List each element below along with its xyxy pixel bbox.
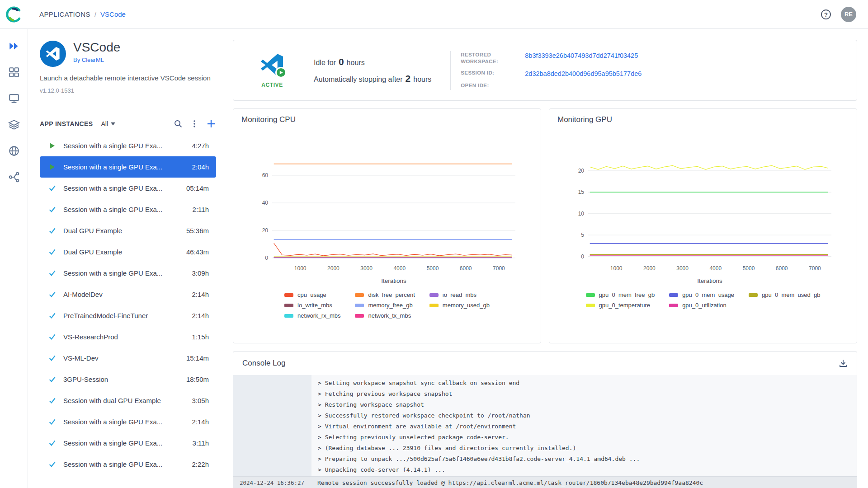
list-item[interactable]: VS-ML-Dev15:14m [40, 347, 216, 369]
legend-item[interactable]: gpu_0_temperature [586, 302, 655, 309]
add-instance-button[interactable] [206, 119, 216, 129]
instance-name: Session with a single GPU Exa... [63, 142, 187, 150]
legend-item[interactable]: memory_used_gb [429, 302, 490, 309]
instance-duration: 3:11h [193, 439, 209, 447]
completed-check-icon [48, 227, 58, 235]
legend-item[interactable]: gpu_0_mem_free_gb [586, 291, 655, 298]
help-icon[interactable]: ? [820, 9, 832, 20]
legend-item[interactable]: cpu_usage [284, 291, 340, 298]
app-description: Launch a detachable remote interactive V… [40, 74, 216, 82]
restored-workspace-link[interactable]: 8b3f3393e26b407493d7dd2741f03425 [525, 52, 638, 60]
running-badge-icon [275, 67, 287, 78]
list-item[interactable]: Session with a single GPU Exa...2:11h [40, 199, 216, 220]
pipelines-icon[interactable] [8, 171, 20, 183]
legend-item[interactable]: gpu_0_utilization [669, 302, 734, 309]
console-log-line: > Restoring workspace snapshot [318, 399, 857, 410]
session-id-link[interactable]: 2d32ba8ded2b400d96d95a95b5177de6 [525, 70, 642, 78]
left-nav-rail [0, 29, 28, 488]
list-item[interactable]: Dual GPU Example55:36m [40, 220, 216, 241]
console-log-line: > Setting workspace snapshot sync callba… [318, 378, 857, 389]
legend-item[interactable]: io_read_mbs [429, 291, 490, 298]
completed-check-icon [48, 418, 58, 426]
projects-icon[interactable] [8, 66, 20, 79]
instance-name: VS-ResearchProd [63, 333, 187, 341]
list-item[interactable]: PreTrainedModel-FineTuner2:14h [40, 305, 216, 326]
list-item[interactable]: Session with a single GPU Exa...05:14m [40, 178, 216, 199]
svg-text:6000: 6000 [460, 265, 472, 272]
svg-text:0: 0 [265, 255, 268, 261]
legend-label: memory_free_gb [368, 302, 412, 309]
list-item[interactable]: Session with a single GPU Exa...2:22h [40, 454, 216, 475]
svg-text:60: 60 [262, 172, 269, 178]
datasets-icon[interactable] [8, 118, 20, 131]
running-play-icon [48, 163, 58, 171]
breadcrumb-applications[interactable]: APPLICATIONS [39, 10, 90, 18]
list-item[interactable]: Session with a single GPU Exa...2:04h [40, 156, 216, 178]
legend-label: io_read_mbs [443, 291, 476, 298]
filter-value: All [101, 120, 108, 127]
hyperdatasets-icon[interactable] [8, 145, 20, 157]
console-log-line: > Selecting previously unselected packag… [318, 432, 857, 443]
svg-text:Iterations: Iterations [381, 277, 406, 284]
idle-info: Idle for 0 hours Automatically stopping … [314, 56, 431, 84]
legend-item[interactable]: memory_free_gb [355, 302, 415, 309]
legend-swatch [284, 314, 293, 318]
page-title: VSCode [73, 41, 120, 55]
instance-name: Session with a single GPU Exa... [63, 460, 187, 468]
completed-check-icon [48, 269, 58, 277]
list-item[interactable]: Session with a single GPU Exa...2:14h [40, 411, 216, 432]
search-icon[interactable] [174, 119, 183, 128]
list-item[interactable]: 3GPU-Session18:50m [40, 369, 216, 390]
instance-duration: 2:14h [192, 291, 209, 298]
applications-icon[interactable] [8, 40, 20, 52]
app-instances-title: APP INSTANCES [40, 120, 93, 127]
console-log-title: Console Log [242, 359, 285, 368]
list-item[interactable]: Session with dual GPU Example3:05h [40, 390, 216, 411]
completed-check-icon [48, 206, 58, 213]
list-item[interactable]: Session with a single GPU Exa...4:27h [40, 135, 216, 156]
by-clearml-link[interactable]: By ClearML [73, 56, 120, 63]
legend-label: gpu_0_mem_used_gb [762, 291, 820, 298]
instance-duration: 15:14m [186, 354, 209, 362]
svg-text:Iterations: Iterations [697, 277, 722, 284]
legend-item[interactable]: gpu_0_mem_usage [669, 291, 734, 298]
legend-swatch [355, 293, 364, 297]
svg-text:1000: 1000 [294, 265, 307, 272]
legend-item[interactable]: gpu_0_mem_used_gb [749, 291, 820, 298]
avatar[interactable]: RE [841, 7, 856, 22]
console-log-body[interactable]: > Setting workspace snapshot sync callba… [233, 375, 857, 488]
svg-text:20: 20 [578, 168, 585, 174]
instances-filter-dropdown[interactable]: All [101, 120, 115, 127]
list-item[interactable]: AI-ModelDev2:14h [40, 284, 216, 305]
clearml-logo[interactable] [0, 5, 28, 23]
completed-check-icon [48, 248, 58, 256]
legend-item[interactable]: disk_free_percent [355, 291, 415, 298]
list-item[interactable]: Session with a single GPU Exa...3:09h [40, 263, 216, 284]
list-item[interactable]: VS-ResearchProd1:15h [40, 326, 216, 347]
console-log-card: Console Log > Setting workspace snapshot… [233, 351, 857, 488]
breadcrumb-vscode[interactable]: VSCode [100, 10, 126, 18]
completed-check-icon [48, 333, 58, 341]
autostop-value: 2 [406, 73, 411, 84]
running-play-icon [48, 142, 58, 150]
instance-name: Session with a single GPU Exa... [63, 184, 182, 192]
gpu-chart-canvas[interactable]: 051015201000200030004000500060007000Iter… [567, 138, 839, 287]
list-item[interactable]: Dual GPU Example46:43m [40, 241, 216, 263]
instance-duration: 05:14m [186, 184, 209, 192]
list-item[interactable]: Session with a single GPU Exa...3:11h [40, 432, 216, 454]
kebab-menu-icon[interactable] [190, 119, 198, 128]
legend-label: network_tx_mbs [368, 312, 411, 319]
legend-label: gpu_0_mem_free_gb [599, 291, 655, 298]
cpu-chart-canvas[interactable]: 02040601000200030004000500060007000Itera… [251, 138, 523, 287]
download-log-button[interactable] [839, 359, 848, 368]
app-header: VSCode By ClearML [40, 41, 216, 67]
workers-icon[interactable] [8, 92, 20, 105]
top-bar: APPLICATIONS / VSCode ? RE [0, 0, 868, 29]
gpu-chart-card: Monitoring GPU 0510152010002000300040005… [549, 108, 857, 343]
app-instances-list: Session with a single GPU Exa...4:27hSes… [40, 135, 216, 475]
legend-item[interactable]: network_rx_mbs [284, 312, 340, 319]
console-log-line: > (Reading database ... 23910 files and … [318, 443, 857, 454]
legend-item[interactable]: io_write_mbs [284, 302, 340, 309]
legend-item[interactable]: network_tx_mbs [355, 312, 415, 319]
svg-text:40: 40 [262, 200, 269, 206]
